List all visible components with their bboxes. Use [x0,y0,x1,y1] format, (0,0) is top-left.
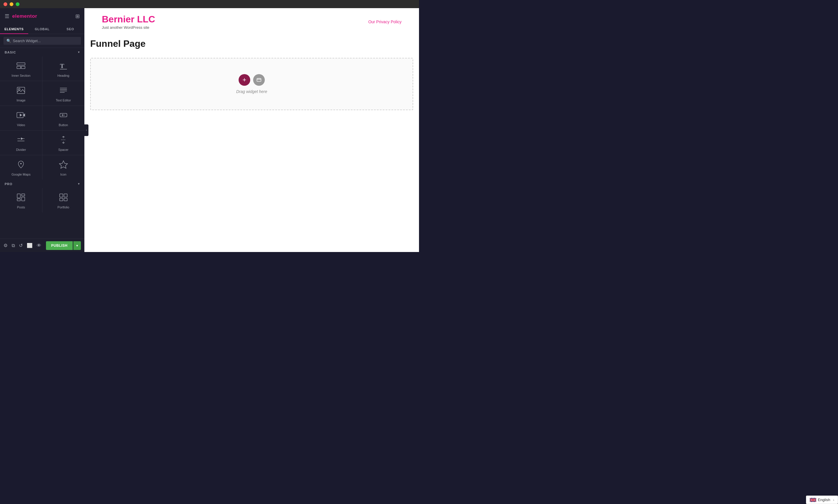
section-pro-header[interactable]: PRO ▾ [0,180,84,188]
preview-icon[interactable]: 👁 [37,243,41,248]
section-basic-chevron: ▾ [78,50,80,54]
section-basic-title: BASIC [5,51,16,54]
svg-point-23 [20,163,22,164]
sidebar-header: ☰ elementor ⊞ [0,8,84,24]
hamburger-icon[interactable]: ☰ [5,13,9,19]
svg-marker-17 [21,138,23,140]
grid-icon[interactable]: ⊞ [75,13,80,19]
search-input[interactable] [13,39,78,43]
text-editor-icon [59,86,68,96]
svg-rect-33 [257,78,261,82]
svg-rect-0 [17,63,25,65]
canvas-inner: Bernier LLC Just another WordPress site … [84,8,419,252]
drop-zone: + Drag widget here [90,58,413,110]
nav-privacy-link[interactable]: Our Privacy Policy [369,19,401,24]
widget-video[interactable]: Video [0,106,42,130]
widget-button[interactable]: Button [42,106,85,130]
widget-portfolio[interactable]: Portfolio [42,188,85,213]
widget-posts-label: Posts [17,205,25,209]
heading-icon: T [59,61,68,72]
sidebar-header-left: ☰ elementor [5,13,37,19]
titlebar [0,0,419,8]
layers-icon[interactable]: ⧉ [12,243,15,248]
button-icon [59,110,68,121]
settings-icon[interactable]: ⚙ [3,243,7,248]
svg-marker-24 [59,161,68,168]
svg-rect-26 [17,199,20,201]
icon-widget-icon [59,160,68,170]
widget-grid-basic: Inner Section T Heading [0,56,84,180]
widget-image-label: Image [17,98,25,102]
svg-rect-1 [17,66,21,69]
widget-google-maps-label: Google Maps [12,173,31,176]
svg-marker-12 [23,113,25,117]
toolbar-right: PUBLISH ▾ [46,241,81,250]
svg-rect-28 [21,197,25,201]
svg-rect-32 [64,198,67,201]
widget-text-editor[interactable]: Text Editor [42,81,85,106]
widget-image[interactable]: Image [0,81,42,106]
widget-icon-label: Icon [60,173,66,176]
widget-inner-section[interactable]: Inner Section [0,56,42,81]
widget-divider-label: Divider [16,148,26,151]
add-widget-button[interactable]: + [239,74,250,86]
app-container: ☰ elementor ⊞ ELEMENTS GLOBAL SEO 🔍 BASI… [0,8,419,252]
site-tagline: Just another WordPress site [102,25,155,30]
page-title: Funnel Page [90,38,413,49]
elementor-logo: elementor [12,13,37,19]
svg-marker-13 [20,114,22,116]
drop-text: Drag widget here [236,89,268,94]
search-wrapper: 🔍 [3,37,81,45]
drop-zone-buttons: + [239,74,265,86]
site-branding: Bernier LLC Just another WordPress site [102,14,155,30]
widget-icon[interactable]: Icon [42,155,85,180]
section-pro-title: PRO [5,182,13,186]
widget-grid-pro: Posts Portfolio [0,188,84,213]
minimize-button[interactable] [10,2,13,6]
publish-dropdown-button[interactable]: ▾ [73,241,81,250]
toolbar-left: ⚙ ⧉ ↺ ⬜ 👁 [3,243,41,248]
responsive-icon[interactable]: ⬜ [27,243,33,248]
svg-rect-30 [64,194,67,197]
canvas-area: Bernier LLC Just another WordPress site … [84,8,419,252]
widget-inner-section-label: Inner Section [12,74,31,77]
sidebar-toolbar: ⚙ ⧉ ↺ ⬜ 👁 PUBLISH ▾ [0,239,84,252]
sidebar-search: 🔍 [0,34,84,48]
tab-global[interactable]: GLOBAL [28,24,56,34]
section-pro-chevron: ▾ [78,182,80,186]
page-title-bar: Funnel Page [84,35,419,55]
sidebar-tabs: ELEMENTS GLOBAL SEO [0,24,84,34]
section-basic-header[interactable]: BASIC ▾ [0,48,84,56]
image-icon [16,86,25,96]
google-maps-icon [16,160,25,170]
widget-portfolio-label: Portfolio [57,205,69,209]
widget-heading-label: Heading [57,74,69,77]
widget-google-maps[interactable]: Google Maps [0,155,42,180]
publish-button[interactable]: PUBLISH [46,241,73,250]
widget-posts[interactable]: Posts [0,188,42,213]
site-header: Bernier LLC Just another WordPress site … [84,8,419,35]
widget-text-editor-label: Text Editor [56,98,71,102]
maximize-button[interactable] [16,2,19,6]
svg-rect-2 [21,66,25,69]
search-icon: 🔍 [6,39,11,43]
close-button[interactable] [3,2,7,6]
svg-text:T: T [60,62,64,70]
svg-rect-27 [21,194,25,196]
spacer-icon [59,135,68,146]
portfolio-icon [59,193,68,203]
svg-rect-25 [17,194,20,198]
history-icon[interactable]: ↺ [19,243,23,248]
svg-rect-31 [59,198,63,201]
video-icon [16,110,25,121]
sidebar-collapse-icon: ‹ [86,128,87,132]
sidebar-collapse-button[interactable]: ‹ [84,124,88,136]
widget-spacer[interactable]: Spacer [42,130,85,155]
template-button[interactable] [253,74,265,86]
widget-divider[interactable]: Divider [0,130,42,155]
site-title: Bernier LLC [102,14,155,25]
widget-heading[interactable]: T Heading [42,56,85,81]
sidebar: ☰ elementor ⊞ ELEMENTS GLOBAL SEO 🔍 BASI… [0,8,84,252]
tab-elements[interactable]: ELEMENTS [0,24,28,34]
tab-seo[interactable]: SEO [56,24,84,34]
